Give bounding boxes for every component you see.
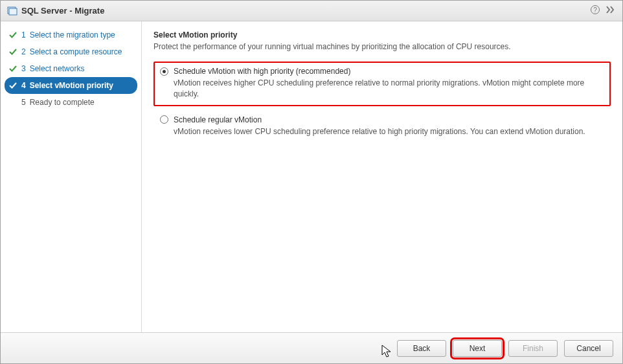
- check-icon: [8, 81, 17, 90]
- step-migration-type[interactable]: 1 Select the migration type: [1, 27, 141, 43]
- wizard-steps-sidebar: 1 Select the migration type 2 Select a c…: [1, 21, 142, 332]
- migrate-wizard-window: SQL Server - Migrate ? 1 Select the migr…: [0, 0, 623, 364]
- titlebar: SQL Server - Migrate ?: [1, 1, 622, 21]
- radio-regular[interactable]: [160, 115, 168, 124]
- cancel-button[interactable]: Cancel: [564, 340, 613, 357]
- step-label: Select vMotion priority: [30, 81, 113, 90]
- window-title: SQL Server - Migrate: [21, 6, 104, 16]
- wizard-footer: Back Next Finish Cancel: [1, 332, 622, 363]
- step-label: Select a compute resource: [30, 47, 122, 56]
- step-networks[interactable]: 3 Select networks: [1, 60, 141, 77]
- check-icon: [8, 64, 17, 73]
- step-compute-resource[interactable]: 2 Select a compute resource: [1, 43, 141, 60]
- step-number: 1: [21, 30, 26, 40]
- step-label: Select networks: [30, 64, 85, 73]
- cursor-icon: [381, 345, 393, 359]
- step-number: 3: [21, 64, 26, 73]
- option-label: Schedule vMotion with high priority (rec…: [174, 67, 350, 76]
- option-label: Schedule regular vMotion: [174, 115, 262, 124]
- svg-text:?: ?: [593, 6, 597, 14]
- page-title: Select vMotion priority: [153, 30, 611, 40]
- option-description: vMotion receives lower CPU scheduling pr…: [174, 126, 604, 137]
- step-number: 2: [21, 47, 26, 56]
- back-button[interactable]: Back: [397, 340, 446, 357]
- check-icon: [8, 47, 17, 56]
- svg-rect-1: [9, 8, 17, 15]
- step-number: 5: [21, 98, 26, 107]
- help-icon[interactable]: ?: [590, 5, 600, 17]
- step-label: Ready to complete: [30, 98, 95, 107]
- vm-icon: [7, 6, 17, 16]
- step-label: Select the migration type: [30, 30, 115, 40]
- finish-button: Finish: [508, 340, 558, 357]
- step-ready-complete[interactable]: 5 Ready to complete: [1, 94, 141, 111]
- step-vmotion-priority[interactable]: 4 Select vMotion priority: [5, 77, 137, 94]
- radio-high-priority[interactable]: [160, 67, 168, 76]
- step-number: 4: [21, 81, 26, 90]
- option-regular[interactable]: Schedule regular vMotion vMotion receive…: [153, 110, 611, 144]
- option-description: vMotion receives higher CPU scheduling p…: [174, 78, 604, 100]
- expand-icon[interactable]: [606, 5, 616, 16]
- page-subtitle: Protect the performance of your running …: [153, 42, 611, 51]
- wizard-body: 1 Select the migration type 2 Select a c…: [1, 21, 622, 332]
- check-icon: [8, 30, 17, 40]
- option-high-priority[interactable]: Schedule vMotion with high priority (rec…: [153, 62, 611, 106]
- next-button[interactable]: Next: [453, 340, 502, 357]
- wizard-content: Select vMotion priority Protect the perf…: [142, 21, 622, 332]
- priority-options: Schedule vMotion with high priority (rec…: [153, 62, 611, 143]
